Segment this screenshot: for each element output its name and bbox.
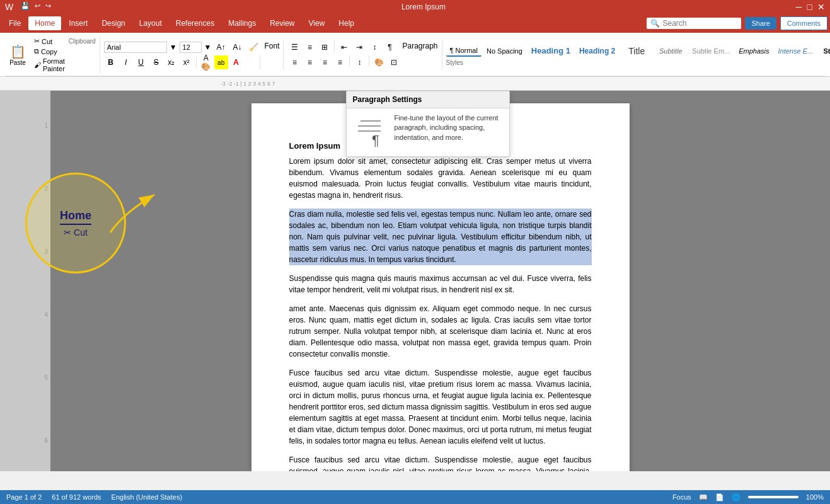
align-left-button[interactable]: ≡ [287,55,301,69]
minimize-btn[interactable]: ─ [796,2,802,12]
document-para5[interactable]: Fusce faucibus sed arcu vitae dictum. Su… [289,367,592,447]
style-heading2[interactable]: Heading 2 [575,45,619,57]
paragraph-settings-popup: Paragraph Settings ¶ Fine-tune the layou… [346,91,510,157]
style-no-spacing-label: No Spacing [487,47,522,55]
window-control-buttons[interactable]: ─ □ ✕ [796,2,825,12]
style-subtitle[interactable]: Subtitle [654,46,687,56]
font-shrink-button[interactable]: A↓ [230,40,244,54]
font-color-button[interactable]: A [229,55,243,69]
document-page[interactable]: Paragraph Settings ¶ Fine-tune the layou… [251,103,630,471]
comments-button[interactable]: Comments [780,16,827,30]
format-painter-icon: 🖌 [34,61,41,69]
font-name-dropdown[interactable]: Arial [104,42,167,53]
document-para4[interactable]: amet ante. Maecenas quis dignissim ex. A… [289,303,592,360]
search-input[interactable] [662,19,713,28]
cut-button[interactable]: ✂ Cut [32,37,67,46]
align-right-button[interactable]: ≡ [318,55,331,69]
bullets-button[interactable]: ☰ [287,40,301,54]
align-center-button[interactable]: ≡ [303,55,316,69]
format-painter-button[interactable]: 🖌 Format Painter [32,57,67,73]
menu-design[interactable]: Design [95,16,131,30]
quick-access-redo[interactable]: ↪ [45,2,51,12]
font-name-arrow[interactable]: ▼ [170,43,177,52]
menu-help[interactable]: Help [332,16,360,30]
popup-paragraph-icon: ¶ [353,113,388,151]
font-group: Arial ▼ 12 ▼ A↑ A↓ 🧹 B I U S x₂ x² [104,40,284,69]
text-highlight-button[interactable]: ab [214,55,228,69]
share-button[interactable]: Share [745,17,776,30]
menu-layout[interactable]: Layout [133,16,168,30]
underline-button[interactable]: U [134,55,148,69]
menu-mailings[interactable]: Mailings [222,16,262,30]
increase-indent-button[interactable]: ⇥ [352,40,366,54]
borders-button[interactable]: ⊡ [387,55,401,69]
annotation-cut-icon: ✂ [64,227,71,238]
menu-insert[interactable]: Insert [62,16,94,30]
title-bar: W 💾 ↩ ↪ Lorem Ipsum ─ □ ✕ [0,0,830,14]
style-emphasis-label: Emphasis [739,47,769,55]
style-heading1[interactable]: Heading 1 [527,45,574,57]
clipboard-group: 📋 Paste ✂ Cut ⧉ Copy 🖌 Format Painter [5,37,100,73]
separator [196,57,197,68]
font-size-dropdown[interactable]: 12 [180,42,202,53]
shading-button[interactable]: 🎨 [372,55,386,69]
multilevel-list-button[interactable]: ⊞ [318,40,331,54]
superscript-button[interactable]: x² [180,55,193,69]
numbering-button[interactable]: ≡ [303,40,316,54]
line-spacing-button[interactable]: ↕ [352,55,366,69]
menu-references[interactable]: References [170,16,221,30]
justify-button[interactable]: ≡ [333,55,347,69]
sort-button[interactable]: ↕ [367,40,381,54]
popup-title: Paragraph Settings [353,95,422,104]
close-btn[interactable]: ✕ [817,2,825,12]
left-margin: 1 2 3 4 5 6 7 [0,91,50,471]
menu-home[interactable]: Home [28,16,61,30]
document-para1[interactable]: Lorem ipsum dolor sit amet, consectetur … [289,156,592,201]
search-box[interactable]: 🔍 [647,18,741,29]
svg-text:¶: ¶ [372,132,379,148]
strikethrough-button[interactable]: S [149,55,163,69]
maximize-btn[interactable]: □ [807,2,812,12]
document-para6[interactable]: Fusce faucibus sed arcu vitae dictum. Su… [289,454,592,471]
show-marks-button[interactable]: ¶ [383,40,396,54]
clear-format-button[interactable]: 🧹 [246,40,260,54]
bold-button[interactable]: B [104,55,118,69]
margin-num-5: 5 [44,374,48,381]
menu-view[interactable]: View [303,16,331,30]
document-para3[interactable]: Suspendisse quis magna quis mauris maxim… [289,273,592,295]
document-title: Lorem Ipsum [51,3,795,11]
ruler-scale: -3 -2 -1 | 1 2 3 4 5 6 7 [221,81,275,87]
style-normal[interactable]: ¶ Normal [446,45,481,57]
styles-group-title: Styles [446,59,830,66]
style-strong[interactable]: Strong [818,46,830,56]
quick-access-undo[interactable]: ↩ [35,2,40,12]
format-painter-label: Format Painter [43,57,65,72]
styles-group: ¶ Normal No Spacing Heading 1 Heading 2 … [446,44,830,66]
separator3 [349,55,350,67]
text-effects-button[interactable]: A🎨 [199,55,213,69]
font-size-arrow[interactable]: ▼ [204,43,212,52]
font-selector-row: Arial ▼ 12 ▼ A↑ A↓ 🧹 [104,40,261,54]
menu-file[interactable]: File [3,16,27,30]
window-controls[interactable]: W 💾 ↩ ↪ [5,2,51,12]
popup-body: ¶ Fine-tune the layout of the current pa… [347,108,509,156]
style-subtle-em[interactable]: Subtle Em... [688,46,734,56]
italic-button[interactable]: I [119,55,133,69]
decrease-indent-button[interactable]: ⇤ [337,40,351,54]
subscript-button[interactable]: x₂ [164,55,178,69]
style-title[interactable]: Title [620,45,653,57]
style-title-label: Title [628,46,645,56]
style-subtitle-label: Subtitle [659,47,683,55]
quick-access-save[interactable]: 💾 [21,2,30,12]
menu-review[interactable]: Review [263,16,301,30]
font-grow-button[interactable]: A↑ [214,40,228,54]
paste-button[interactable]: 📋 Paste [5,42,30,69]
annotation-arrow [104,188,180,241]
style-no-spacing[interactable]: No Spacing [483,46,526,56]
margin-num-1: 1 [44,122,48,129]
document-para2-selected[interactable]: Cras diam nulla, molestie sed felis vel,… [289,209,592,265]
style-strong-label: Strong [823,47,830,55]
style-emphasis[interactable]: Emphasis [735,46,773,56]
copy-button[interactable]: ⧉ Copy [32,47,67,56]
style-intense-e[interactable]: Intense E... [775,46,817,56]
